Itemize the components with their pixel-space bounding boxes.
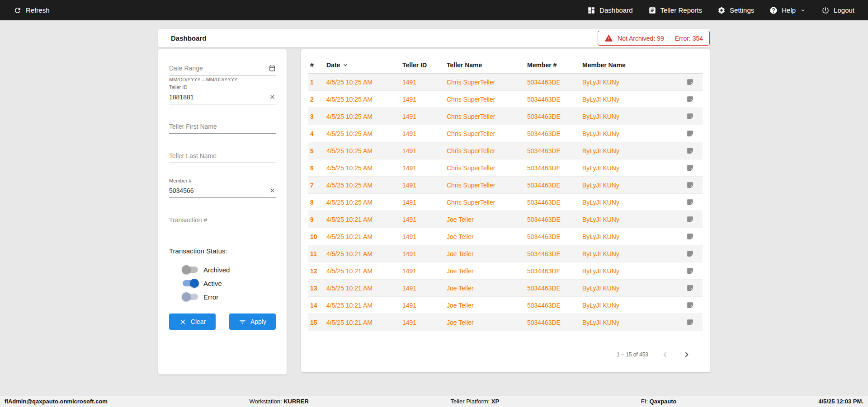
cell-member-name: ByLyJI KUNy	[582, 319, 677, 326]
note-icon[interactable]	[686, 318, 694, 326]
note-icon[interactable]	[686, 78, 694, 86]
cell-member-name: ByLyJI KUNy	[582, 285, 677, 292]
note-icon[interactable]	[686, 147, 694, 154]
cell-member-number: 5034463DE	[527, 79, 582, 86]
note-icon[interactable]	[686, 95, 694, 103]
cell-teller-id: 1491	[402, 250, 447, 257]
col-teller-id: Teller ID	[402, 61, 447, 69]
table-row[interactable]: 7 4/5/25 10:25 AM 1491 Chris SuperTeller…	[308, 177, 703, 194]
active-switch-icon[interactable]	[182, 278, 199, 288]
cell-member-name: ByLyJI KUNy	[582, 199, 677, 206]
clear-member-number-icon[interactable]	[269, 187, 276, 194]
note-icon[interactable]	[686, 267, 694, 275]
table-row[interactable]: 2 4/5/25 10:25 AM 1491 Chris SuperTeller…	[308, 91, 703, 108]
col-date[interactable]: Date	[326, 61, 402, 69]
error-switch-icon[interactable]	[182, 292, 199, 302]
table-row[interactable]: 13 4/5/25 10:21 AM 1491 Joe Teller 50344…	[308, 280, 703, 297]
clear-button[interactable]: Clear	[169, 313, 216, 330]
archived-switch-icon[interactable]	[182, 265, 199, 275]
main-content: Dashboard Not Archived: 99 Error: 354 MM…	[158, 20, 710, 374]
teller-last-name-input[interactable]	[169, 152, 276, 159]
cell-member-name: ByLyJI KUNy	[582, 130, 677, 137]
cell-member-number: 5034463DE	[527, 233, 582, 240]
teller-first-name-input[interactable]	[169, 123, 276, 130]
cell-teller-name: Joe Teller	[447, 233, 527, 240]
teller-id-input[interactable]	[169, 94, 269, 101]
col-number: #	[308, 61, 326, 69]
nav-help-label: Help	[782, 6, 796, 14]
nav-logout[interactable]: Logout	[821, 6, 854, 14]
nav-help[interactable]: Help	[769, 6, 806, 14]
cell-member-number: 5034463DE	[527, 302, 582, 309]
nav-teller-reports[interactable]: Teller Reports	[648, 6, 703, 14]
cell-member-number: 5034463DE	[527, 96, 582, 103]
table-row[interactable]: 4 4/5/25 10:25 AM 1491 Chris SuperTeller…	[308, 125, 703, 142]
cell-member-name: ByLyJI KUNy	[582, 233, 677, 240]
note-icon[interactable]	[686, 112, 694, 120]
calendar-icon[interactable]	[269, 65, 276, 72]
table-row[interactable]: 6 4/5/25 10:25 AM 1491 Chris SuperTeller…	[308, 159, 703, 177]
cell-teller-name: Joe Teller	[447, 250, 527, 257]
note-icon[interactable]	[686, 233, 694, 240]
cell-date: 4/5/25 10:21 AM	[326, 267, 402, 275]
note-icon[interactable]	[686, 130, 694, 137]
table-row[interactable]: 12 4/5/25 10:21 AM 1491 Joe Teller 50344…	[308, 262, 703, 280]
table-row[interactable]: 11 4/5/25 10:21 AM 1491 Joe Teller 50344…	[308, 245, 703, 262]
body-row: MM/DD/YYYY – MM/DD/YYYY Teller ID	[158, 49, 710, 374]
note-icon[interactable]	[686, 215, 694, 223]
status-bar: fiAdmin@qaxpauto.onmicrosoft.com Worksta…	[0, 396, 868, 407]
refresh-button[interactable]: Refresh	[14, 6, 50, 14]
note-icon[interactable]	[686, 301, 694, 309]
note-icon[interactable]	[686, 198, 694, 206]
note-icon[interactable]	[686, 164, 694, 172]
cell-teller-id: 1491	[402, 216, 447, 223]
filter-buttons: Clear Apply	[169, 313, 276, 330]
nav-dashboard[interactable]: Dashboard	[587, 6, 632, 14]
cell-teller-id: 1491	[402, 79, 447, 86]
clear-teller-id-icon[interactable]	[269, 94, 276, 100]
page-prev-button[interactable]	[660, 350, 670, 360]
table-row[interactable]: 9 4/5/25 10:21 AM 1491 Joe Teller 503446…	[308, 211, 703, 228]
filter-icon	[239, 318, 246, 326]
toggle-error[interactable]: Error	[182, 292, 276, 302]
cell-teller-name: Joe Teller	[447, 285, 527, 292]
toggle-active[interactable]: Active	[182, 278, 276, 288]
table-row[interactable]: 15 4/5/25 10:21 AM 1491 Joe Teller 50344…	[308, 314, 703, 331]
table-row[interactable]: 5 4/5/25 10:25 AM 1491 Chris SuperTeller…	[308, 142, 703, 159]
transaction-number-field	[169, 213, 276, 227]
fi-value: Qaxpauto	[650, 398, 677, 405]
member-number-input[interactable]	[169, 187, 269, 194]
cell-teller-name: Chris SuperTeller	[447, 130, 527, 137]
table-row[interactable]: 10 4/5/25 10:21 AM 1491 Joe Teller 50344…	[308, 228, 703, 245]
page-next-button[interactable]	[682, 350, 692, 360]
col-teller-name: Teller Name	[447, 61, 527, 69]
chevron-down-icon	[800, 7, 806, 14]
cell-member-number: 5034463DE	[527, 319, 582, 326]
transaction-number-input[interactable]	[169, 216, 276, 224]
nav-settings[interactable]: Settings	[717, 6, 754, 14]
power-icon	[821, 6, 830, 14]
cell-member-number: 5034463DE	[527, 199, 582, 206]
toggle-archived[interactable]: Archived	[182, 265, 276, 275]
note-icon[interactable]	[686, 181, 694, 189]
table-row[interactable]: 8 4/5/25 10:25 AM 1491 Chris SuperTeller…	[308, 194, 703, 211]
fi-status: FI: Qaxpauto	[641, 398, 677, 405]
page-header: Dashboard Not Archived: 99 Error: 354	[158, 29, 710, 47]
date-range-input[interactable]	[169, 65, 269, 72]
teller-id-field: Teller ID	[169, 84, 276, 104]
cell-member-number: 5034463DE	[527, 285, 582, 292]
row-number: 10	[308, 233, 326, 240]
member-number-label: Member #	[169, 178, 276, 183]
note-icon[interactable]	[686, 250, 694, 257]
transactions-table-card: # Date Teller ID Teller Name Member # Me…	[301, 49, 710, 372]
table-row[interactable]: 1 4/5/25 10:25 AM 1491 Chris SuperTeller…	[308, 74, 703, 91]
note-icon[interactable]	[686, 284, 694, 292]
cell-teller-name: Chris SuperTeller	[447, 113, 527, 120]
apply-button[interactable]: Apply	[229, 313, 276, 330]
cell-teller-id: 1491	[402, 267, 447, 275]
table-row[interactable]: 14 4/5/25 10:21 AM 1491 Joe Teller 50344…	[308, 297, 703, 314]
cell-member-name: ByLyJI KUNy	[582, 113, 677, 120]
table-row[interactable]: 3 4/5/25 10:25 AM 1491 Chris SuperTeller…	[308, 108, 703, 125]
toggle-error-label: Error	[203, 293, 218, 301]
cell-member-name: ByLyJI KUNy	[582, 216, 677, 223]
